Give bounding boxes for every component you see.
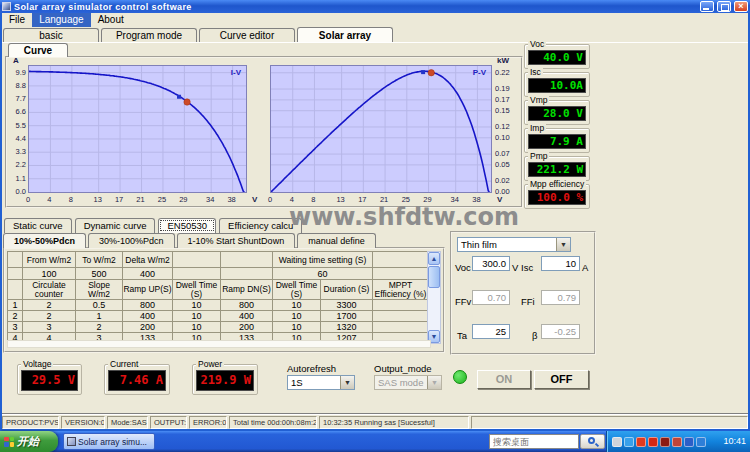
tab-30-100-pdcn[interactable]: 30%-100%Pdcn [88,233,175,248]
voc-field[interactable]: 300.0 [472,256,510,271]
menu-about[interactable]: About [91,13,131,27]
table-cell[interactable]: 2 [76,322,123,333]
search-button[interactable] [580,434,605,449]
table-header-cell: 2 [8,311,23,322]
monitor-icon[interactable] [660,437,670,447]
x-tick-label: 29 [175,195,191,204]
table-cell[interactable] [373,322,429,333]
table-cell[interactable]: 1320 [321,322,373,333]
tab-manual-define[interactable]: manual define [297,233,376,248]
y-tick-label: 4.4 [3,134,26,143]
security-shield-icon[interactable] [648,437,658,447]
table-cell[interactable]: 100 [23,268,76,280]
off-button[interactable]: OFF [534,370,589,389]
table-header-cell [221,252,273,268]
menu-language[interactable]: Language [32,13,91,27]
messenger-icon[interactable] [624,437,634,447]
antivirus-icon[interactable] [636,437,646,447]
search-input[interactable] [489,434,579,449]
module-type-select[interactable]: Thin film ▼ [457,237,571,252]
on-button: ON [477,370,531,389]
parameter-table: From W/m2To W/m2Delta W/m2Waiting time s… [7,251,429,344]
table-cell[interactable]: 60 [273,268,373,280]
scroll-up-icon[interactable]: ▲ [428,252,440,265]
scrollbar-thumb[interactable] [428,266,440,288]
chevron-down-icon[interactable]: ▼ [556,238,570,251]
iv-curve-plot: I-V [28,65,247,193]
table-cell[interactable]: 400 [123,268,173,280]
tab-basic[interactable]: basic [3,28,99,42]
tab-10-50-pdcn[interactable]: 10%-50%Pdcn [3,233,86,248]
y-tick-label: 0.15 [495,106,523,115]
measure-isc: Isc10.0A [524,72,590,97]
minimize-button[interactable] [700,1,714,12]
table-header-cell [373,252,429,268]
chevron-down-icon[interactable]: ▼ [340,376,354,389]
iv-x-axis-unit: V [252,195,257,204]
measure-value: 7.9 A [528,134,586,149]
tab-curve[interactable]: Curve [8,43,68,57]
start-button[interactable]: 开始 [0,431,58,452]
table-cell[interactable] [373,311,429,322]
tab-dynamic-curve[interactable]: Dynamic curve [75,218,156,233]
ta-field[interactable]: 25 [472,324,510,339]
table-horizontal-scrollbar[interactable] [7,340,431,348]
readout-label: Current [108,359,140,369]
table-cell[interactable]: 10 [173,322,221,333]
tab-curve-editor[interactable]: Curve editor [199,28,295,42]
close-button[interactable]: × [734,1,748,12]
table-cell[interactable]: 800 [123,300,173,311]
tab-static-curve[interactable]: Static curve [4,218,72,233]
table-cell[interactable]: 0.5 [76,300,123,311]
mute-icon[interactable] [672,437,682,447]
y-tick-label: 5.5 [3,121,26,130]
table-vertical-scrollbar[interactable]: ▲ ▼ [427,251,441,344]
table-header-cell: Circulate counter [23,280,76,300]
system-tray: 10:41 [606,431,750,452]
pv-legend: P-V [473,68,486,77]
update-shield-icon[interactable] [696,437,706,447]
table-cell[interactable]: 3 [23,322,76,333]
table-header-cell [8,268,23,280]
isc-field[interactable]: 10 [541,256,580,271]
table-cell[interactable]: 10 [273,322,321,333]
search-icon [588,437,595,444]
table-header-cell: Duration (S) [321,280,373,300]
tab-1-10-start-shuntdown[interactable]: 1-10% Start ShuntDown [177,233,296,248]
table-cell[interactable]: 1700 [321,311,373,322]
main-tab-strip: basicProgram modeCurve editorSolar array… [0,27,750,42]
status-segment-6: 10:32:35 Running sas [Sucessful] [319,416,469,429]
table-cell[interactable]: 500 [76,268,123,280]
autorefresh-select[interactable]: 1S ▼ [287,375,355,390]
table-cell[interactable]: 200 [221,322,273,333]
menu-file[interactable]: File [2,13,32,27]
taskbar-clock: 10:41 [723,431,746,452]
y-tick-label: 7.7 [3,94,26,103]
tab-program-mode[interactable]: Program mode [101,28,197,42]
readout-power: Power219.9 W [192,364,258,395]
table-cell[interactable]: 200 [123,322,173,333]
autorefresh-value: 1S [288,376,340,389]
table-cell[interactable]: 10 [173,311,221,322]
table-cell[interactable]: 10 [273,311,321,322]
input-method-icon[interactable] [612,437,622,447]
table-cell[interactable]: 2 [23,300,76,311]
tab-en50530[interactable]: EN50530 [158,218,216,233]
readout-value: 219.9 W [196,370,254,391]
table-cell[interactable]: 400 [221,311,273,322]
taskbar-app-button[interactable]: Solar array simu... [63,433,155,450]
measure-label: Pmp [528,151,549,161]
table-cell[interactable]: 10 [273,300,321,311]
table-cell[interactable] [373,300,429,311]
table-cell[interactable]: 800 [221,300,273,311]
restore-button[interactable] [717,1,731,12]
table-cell[interactable]: 1 [76,311,123,322]
table-cell[interactable]: 2 [23,311,76,322]
table-cell[interactable]: 10 [173,300,221,311]
pv-y-axis-labels: 0.220.190.170.150.120.100.070.050.020.00 [495,65,523,193]
table-cell[interactable]: 3300 [321,300,373,311]
defender-shield-icon[interactable] [684,437,694,447]
y-tick-label: 9.9 [3,68,26,77]
tab-solar-array-simulator[interactable]: Solar array simulator [297,27,393,42]
table-cell[interactable]: 400 [123,311,173,322]
